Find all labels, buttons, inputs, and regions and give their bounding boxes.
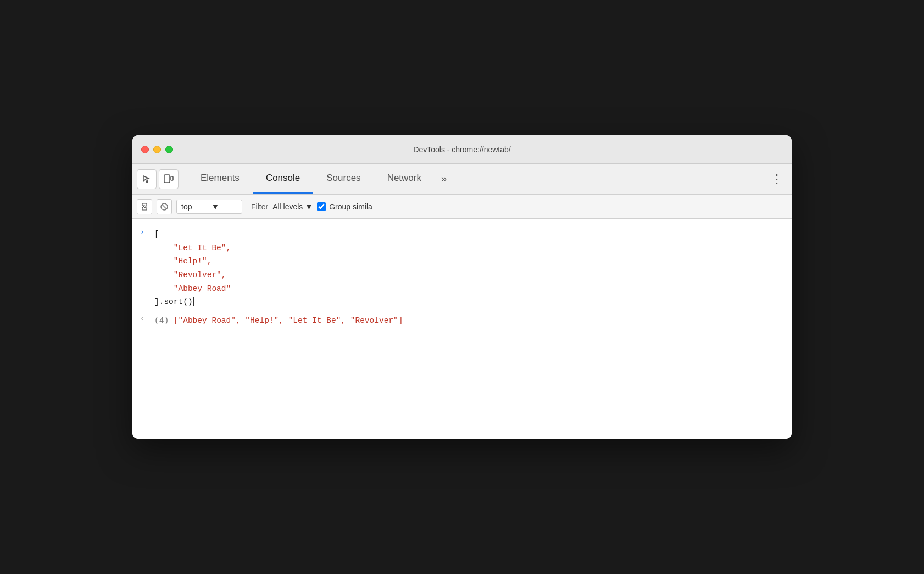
console-entry-output: ‹ (4) ["Abbey Road", "Help!", "Let It Be… xyxy=(132,312,792,330)
tab-bar: Elements Console Sources Network » ⋮ xyxy=(132,164,792,195)
filter-label: Filter xyxy=(251,202,268,211)
device-toolbar-button[interactable] xyxy=(159,169,179,189)
maximize-button[interactable] xyxy=(165,146,173,153)
group-similar-checkbox[interactable] xyxy=(317,202,326,211)
code-block: [ "Let It Be", "Help!", "Revolver", "Abb… xyxy=(154,228,789,309)
traffic-lights xyxy=(141,146,173,153)
expand-arrow[interactable]: › xyxy=(132,227,152,236)
svg-line-4 xyxy=(162,204,167,209)
tab-elements[interactable]: Elements xyxy=(187,164,253,194)
svg-rect-0 xyxy=(164,175,170,183)
group-similar-checkbox-wrapper: Group simila xyxy=(317,202,372,211)
devtools-window: DevTools - chrome://newtab/ Elements Con xyxy=(132,135,792,439)
tabs: Elements Console Sources Network » xyxy=(187,164,766,194)
output-arrow[interactable]: ‹ xyxy=(132,313,152,323)
inspect-element-button[interactable] xyxy=(137,169,157,189)
close-button[interactable] xyxy=(141,146,149,153)
devtools-menu-button[interactable]: ⋮ xyxy=(766,172,787,186)
toolbar-icons xyxy=(137,169,179,189)
title-bar: DevTools - chrome://newtab/ xyxy=(132,135,792,164)
tab-network[interactable]: Network xyxy=(374,164,435,194)
tab-console[interactable]: Console xyxy=(253,164,313,194)
block-requests-button[interactable] xyxy=(157,199,172,214)
input-content: [ "Let It Be", "Help!", "Revolver", "Abb… xyxy=(152,227,792,310)
svg-marker-2 xyxy=(142,203,147,210)
levels-selector[interactable]: All levels ▼ xyxy=(272,202,313,211)
window-title: DevTools - chrome://newtab/ xyxy=(413,145,510,154)
svg-rect-1 xyxy=(171,176,173,180)
more-tabs-button[interactable]: » xyxy=(435,164,453,194)
console-output: › [ "Let It Be", "Help!", "Revolver", "A… xyxy=(132,219,792,439)
result-line: (4) ["Abbey Road", "Help!", "Let It Be",… xyxy=(154,316,403,325)
console-toolbar: top ▼ Filter All levels ▼ Group simila xyxy=(132,195,792,219)
console-entry-input: › [ "Let It Be", "Help!", "Revolver", "A… xyxy=(132,225,792,312)
group-similar-label: Group simila xyxy=(329,202,372,211)
minimize-button[interactable] xyxy=(153,146,161,153)
tab-sources[interactable]: Sources xyxy=(313,164,374,194)
output-content: (4) ["Abbey Road", "Help!", "Let It Be",… xyxy=(152,313,792,329)
context-selector[interactable]: top ▼ xyxy=(176,200,242,214)
clear-console-button[interactable] xyxy=(137,199,152,214)
